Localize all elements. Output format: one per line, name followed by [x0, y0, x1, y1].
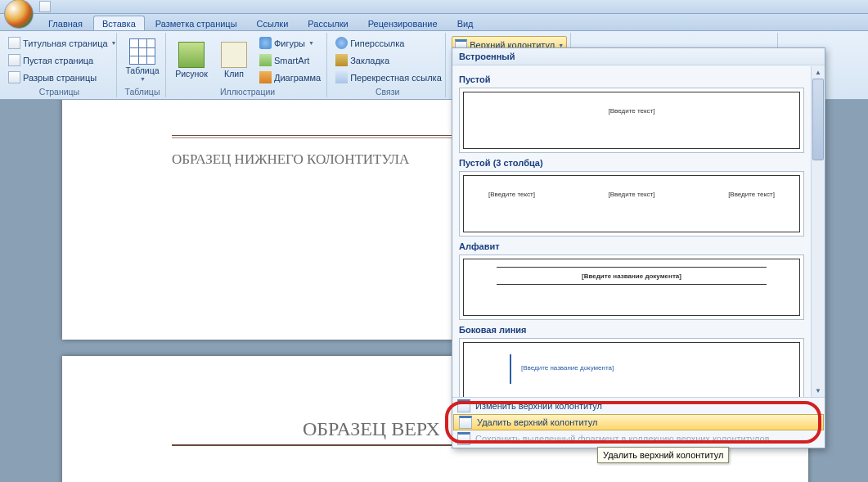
smartart-button[interactable]: SmartArt [257, 52, 323, 69]
gallery-item-blank3[interactable]: [Введите текст] [Введите текст] [Введите… [459, 171, 804, 236]
clip-icon [221, 42, 247, 68]
scroll-up-icon[interactable]: ▲ [812, 66, 825, 79]
cover-page-label: Титульная страница [23, 38, 108, 48]
gallery-item-sideline[interactable]: [Введите название документа] [459, 338, 804, 397]
cover-page-button[interactable]: Титульная страница▼ [6, 35, 119, 52]
table-icon [129, 38, 155, 65]
shapes-icon [259, 37, 272, 49]
crossref-button[interactable]: Перекрестная ссылка [333, 70, 444, 86]
hyperlink-icon [335, 37, 348, 49]
bookmark-icon [335, 54, 348, 66]
hyperlink-label: Гиперссылка [350, 38, 404, 48]
placeholder-text: [Введите название документа] [521, 364, 614, 372]
gallery-section-sideline: Боковая линия [459, 325, 804, 335]
save-selection-label: Сохранить выделенный фрагмент в коллекци… [475, 434, 777, 444]
page-icon [8, 71, 20, 83]
scroll-thumb[interactable] [812, 79, 824, 160]
shapes-label: Фигуры [274, 38, 305, 48]
header-delete-icon [459, 416, 472, 429]
gallery-body: Пустой [Введите текст] Пустой (3 столбца… [452, 66, 811, 397]
header-save-icon [457, 432, 470, 445]
group-pages: Титульная страница▼ Пустая страница Разр… [2, 33, 117, 97]
gallery-footer-menu: Изменить верхний колонтитул Удалить верх… [452, 397, 825, 448]
gallery-heading: Встроенный [452, 48, 825, 65]
tab-insert[interactable]: Вставка [93, 16, 145, 30]
picture-label: Рисунок [175, 70, 208, 79]
save-icon[interactable] [39, 1, 51, 12]
clip-label: Клип [224, 70, 244, 79]
gallery-section-blank3: Пустой (3 столбца) [459, 158, 804, 168]
blank-page-label: Пустая страница [23, 56, 93, 65]
picture-button[interactable]: Рисунок [172, 42, 211, 79]
header-edit-icon [457, 399, 470, 412]
gallery-item-alphabet[interactable]: [Введите название документа] [459, 255, 804, 320]
page-icon [8, 54, 20, 66]
blank-page-button[interactable]: Пустая страница [6, 52, 119, 69]
page-break-label: Разрыв страницы [23, 73, 97, 83]
rule [497, 267, 767, 268]
gallery-section-alphabet: Алфавит [459, 241, 804, 251]
gallery-item-blank[interactable]: [Введите текст] [459, 88, 804, 153]
group-tables-label: Таблицы [123, 86, 162, 97]
crossref-icon [335, 71, 348, 83]
group-tables: Таблица ▼ Таблицы [119, 33, 166, 97]
placeholder-text: [Введите текст] [609, 107, 655, 115]
page-icon [8, 37, 20, 49]
window-titlebar [0, 0, 868, 14]
side-bar [510, 354, 511, 384]
office-button[interactable] [4, 0, 34, 29]
tooltip: Удалить верхний колонтитул [597, 447, 729, 463]
placeholder-text: [Введите текст] [609, 191, 655, 198]
chevron-down-icon: ▼ [308, 40, 314, 46]
tab-home[interactable]: Главная [39, 16, 92, 30]
tab-pagelayout[interactable]: Разметка страницы [146, 16, 246, 30]
bookmark-label: Закладка [350, 56, 389, 65]
tab-view[interactable]: Вид [448, 16, 483, 30]
tab-references[interactable]: Ссылки [248, 16, 298, 30]
hyperlink-button[interactable]: Гиперссылка [333, 35, 444, 52]
placeholder-text: [Введите название документа] [582, 273, 681, 280]
ribbon-tabs: Главная Вставка Разметка страницы Ссылки… [0, 14, 868, 31]
edit-header-label: Изменить верхний колонтитул [475, 401, 602, 411]
chart-icon [259, 71, 272, 83]
group-links: Гиперссылка Закладка Перекрестная ссылка… [330, 33, 446, 97]
clip-button[interactable]: Клип [214, 42, 254, 79]
gallery-scrollbar[interactable]: ▲ ▼ [811, 66, 825, 397]
edit-header-menuitem[interactable]: Изменить верхний колонтитул [452, 398, 825, 414]
quick-access-toolbar[interactable] [39, 1, 51, 12]
placeholder-text: [Введите текст] [488, 191, 535, 198]
chevron-down-icon: ▼ [140, 76, 146, 82]
delete-header-menuitem[interactable]: Удалить верхний колонтитул [453, 414, 824, 430]
footer-sample-text: ОБРАЗЕЦ НИЖНЕГО КОЛОНТИТУЛА [172, 151, 409, 168]
header-sample-text: ОБРАЗЕЦ ВЕРХ [303, 418, 440, 440]
tab-mailings[interactable]: Рассылки [299, 16, 357, 30]
table-label: Таблица [125, 66, 159, 75]
group-illustrations: Рисунок Клип Фигуры▼ SmartArt Диаграмма … [169, 33, 327, 97]
shapes-button[interactable]: Фигуры▼ [257, 35, 323, 52]
scroll-down-icon[interactable]: ▼ [812, 385, 825, 397]
header-gallery-dropdown: Встроенный Пустой [Введите текст] Пустой… [452, 47, 825, 448]
rule [497, 284, 767, 285]
group-illus-label: Иллюстрации [172, 86, 323, 97]
chart-button[interactable]: Диаграмма [257, 70, 323, 86]
group-pages-label: Страницы [6, 86, 113, 97]
chart-label: Диаграмма [274, 73, 321, 83]
crossref-label: Перекрестная ссылка [350, 73, 442, 83]
chevron-down-icon: ▼ [111, 40, 117, 46]
gallery-section-blank: Пустой [459, 74, 804, 84]
page-break-button[interactable]: Разрыв страницы [6, 70, 119, 86]
bookmark-button[interactable]: Закладка [333, 52, 444, 69]
save-selection-menuitem: Сохранить выделенный фрагмент в коллекци… [452, 430, 825, 447]
smartart-label: SmartArt [274, 56, 309, 65]
tab-review[interactable]: Рецензирование [359, 16, 447, 30]
picture-icon [178, 42, 205, 68]
delete-header-label: Удалить верхний колонтитул [477, 417, 597, 427]
placeholder-text: [Введите текст] [728, 191, 775, 198]
table-button[interactable]: Таблица ▼ [123, 38, 162, 81]
group-links-label: Связи [333, 86, 442, 97]
smartart-icon [259, 54, 272, 66]
